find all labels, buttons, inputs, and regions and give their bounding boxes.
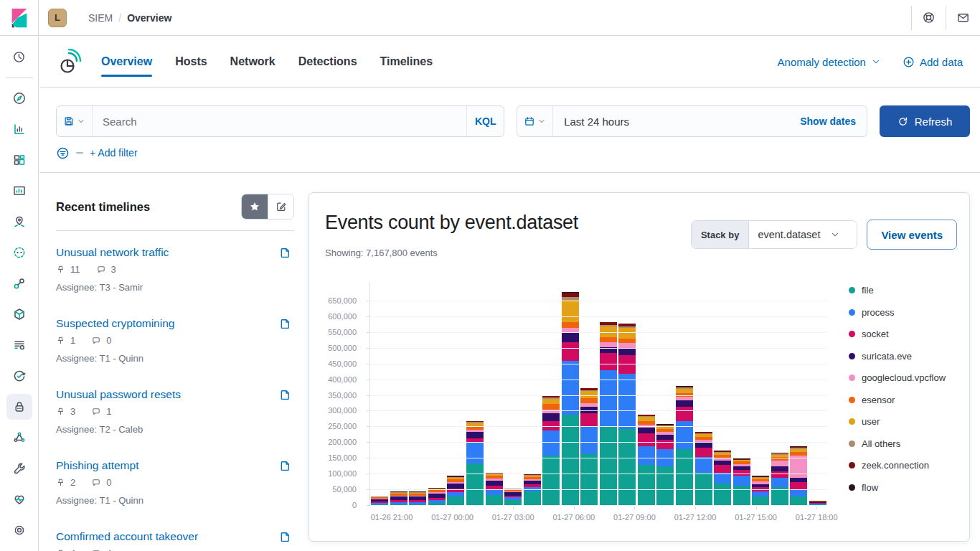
favorites-filter-button[interactable]: [242, 194, 268, 219]
newsfeed-button[interactable]: [946, 6, 980, 30]
sidebar-item-logs[interactable]: [6, 332, 32, 358]
bar-01-26-20-00[interactable]: [370, 282, 390, 506]
y-axis-label: 100,000: [309, 469, 357, 478]
edit-timelines-button[interactable]: [268, 194, 293, 219]
bar-01-27-13-00[interactable]: [694, 282, 713, 506]
sidebar-item-apm[interactable]: [6, 425, 32, 451]
logs-icon: [12, 338, 27, 352]
quick-ranges-button[interactable]: [517, 106, 553, 136]
bar-01-27-14-00[interactable]: [713, 282, 732, 506]
bar-segment-socket: [695, 448, 712, 457]
legend-item-user[interactable]: user: [849, 416, 946, 427]
legend-item-suricata.eve[interactable]: suricata.eve: [849, 351, 946, 362]
legend-item-googlecloud.vpcflow[interactable]: googlecloud.vpcflow: [849, 372, 946, 383]
bar-01-27-07-00[interactable]: [580, 282, 599, 506]
sidebar-item-machine-learning[interactable]: [6, 240, 32, 265]
y-axis-label: 150,000: [309, 453, 357, 462]
add-data-button[interactable]: Add data: [903, 56, 963, 68]
sidebar-item-canvas[interactable]: [6, 178, 32, 204]
legend-item-file[interactable]: file: [849, 285, 946, 296]
tab-hosts[interactable]: Hosts: [175, 37, 207, 87]
sidebar-item-maps[interactable]: [6, 209, 32, 235]
tab-network[interactable]: Network: [230, 37, 275, 87]
bar-01-27-03-00[interactable]: [504, 282, 523, 506]
bar-01-27-10-00[interactable]: [637, 282, 656, 506]
timeline-link[interactable]: Unusual network traffic: [56, 246, 169, 259]
sidebar-item-recently-viewed[interactable]: [6, 44, 32, 70]
legend-item-flow[interactable]: flow: [849, 482, 946, 493]
sidebar-item-management[interactable]: [6, 517, 32, 543]
sidebar-item-discover[interactable]: [6, 85, 32, 111]
legend-item-zeek.connection[interactable]: zeek.connection: [849, 460, 946, 471]
bar-01-27-16-00[interactable]: [751, 282, 771, 506]
breadcrumb-section[interactable]: SIEM: [88, 12, 113, 24]
refresh-button[interactable]: Refresh: [880, 105, 970, 137]
notes-doc-icon[interactable]: [279, 531, 291, 543]
bar-01-27-19-00[interactable]: [809, 282, 828, 506]
bar-segment-suricata.eve: [562, 333, 579, 342]
show-dates-button[interactable]: Show dates: [800, 116, 867, 127]
user-avatar[interactable]: L: [48, 9, 67, 27]
legend-item-socket[interactable]: socket: [849, 329, 946, 339]
bar-01-27-04-00[interactable]: [522, 282, 542, 506]
tab-detections[interactable]: Detections: [298, 37, 357, 87]
notes-doc-icon[interactable]: [279, 247, 291, 259]
pin-icon: [56, 407, 65, 416]
bar-01-27-11-00[interactable]: [656, 282, 675, 506]
sidebar-item-visualize[interactable]: [6, 116, 32, 142]
bar-01-27-18-00[interactable]: [789, 282, 809, 506]
axis-tick: [367, 332, 369, 333]
notes-doc-icon[interactable]: [279, 389, 291, 401]
legend-item-process[interactable]: process: [849, 307, 946, 318]
help-button[interactable]: [911, 6, 946, 30]
legend-item-all-others[interactable]: All others: [849, 438, 946, 449]
timeline-link[interactable]: Suspected cryptomining: [56, 317, 174, 330]
bar-01-27-06-00[interactable]: [560, 282, 580, 506]
timeline-link[interactable]: Unusual password resets: [56, 388, 181, 401]
tab-timelines[interactable]: Timelines: [380, 37, 433, 87]
nodes-icon: [12, 430, 27, 445]
sidebar-item-siem[interactable]: [6, 394, 32, 420]
bar-01-26-21-00[interactable]: [390, 282, 409, 506]
sidebar-item-uptime[interactable]: [6, 363, 32, 389]
bar-01-27-15-00[interactable]: [732, 282, 751, 506]
tab-overview[interactable]: Overview: [101, 37, 152, 87]
bar-01-27-05-00[interactable]: [542, 282, 561, 506]
bar-01-26-22-00[interactable]: [408, 282, 428, 506]
anomaly-detection-dropdown[interactable]: Anomaly detection: [778, 56, 881, 68]
sidebar-item-dashboard[interactable]: [6, 147, 32, 173]
timerange-value[interactable]: Last 24 hours: [553, 116, 629, 128]
bar-01-27-08-00[interactable]: [599, 282, 618, 506]
bar-01-27-00-00[interactable]: [446, 282, 466, 506]
view-events-button[interactable]: View events: [867, 220, 957, 250]
bar-01-26-23-00[interactable]: [428, 282, 447, 506]
sidebar-item-stack-monitoring[interactable]: [6, 486, 32, 512]
add-filter-button[interactable]: + Add filter: [90, 147, 138, 159]
timeline-link[interactable]: Phishing attempt: [56, 459, 138, 472]
notes-doc-icon[interactable]: [279, 460, 291, 472]
bar-01-27-02-00[interactable]: [484, 282, 504, 506]
stack-by-select[interactable]: event.dataset: [749, 221, 857, 248]
saved-queries-button[interactable]: [57, 106, 93, 136]
bar-01-27-17-00[interactable]: [770, 282, 789, 506]
sidebar-item-metrics[interactable]: [6, 301, 32, 327]
chart-plot[interactable]: [369, 282, 827, 506]
search-input[interactable]: [93, 116, 466, 128]
bar-01-27-09-00[interactable]: [618, 282, 637, 506]
legend-item-esensor[interactable]: esensor: [849, 395, 946, 405]
bar-01-27-12-00[interactable]: [675, 282, 694, 506]
kql-language-button[interactable]: KQL: [466, 106, 504, 136]
axis-tick: [392, 507, 392, 509]
bar-segment-process: [638, 446, 655, 465]
sidebar-item-graph[interactable]: [6, 270, 32, 296]
legend-label: All others: [862, 438, 900, 449]
gridline: [370, 442, 827, 443]
sidebar-item-dev-tools[interactable]: [6, 456, 32, 481]
bar-01-27-01-00[interactable]: [466, 282, 485, 506]
notes-doc-icon[interactable]: [279, 318, 291, 330]
filter-icon[interactable]: [56, 146, 70, 160]
timeline-link[interactable]: Comfirmed account takeover: [56, 530, 198, 543]
timeline-assignee: Assignee: T3 - Samir: [56, 282, 294, 293]
kibana-logo[interactable]: [0, 0, 39, 35]
heartbeat-icon: [12, 492, 27, 507]
